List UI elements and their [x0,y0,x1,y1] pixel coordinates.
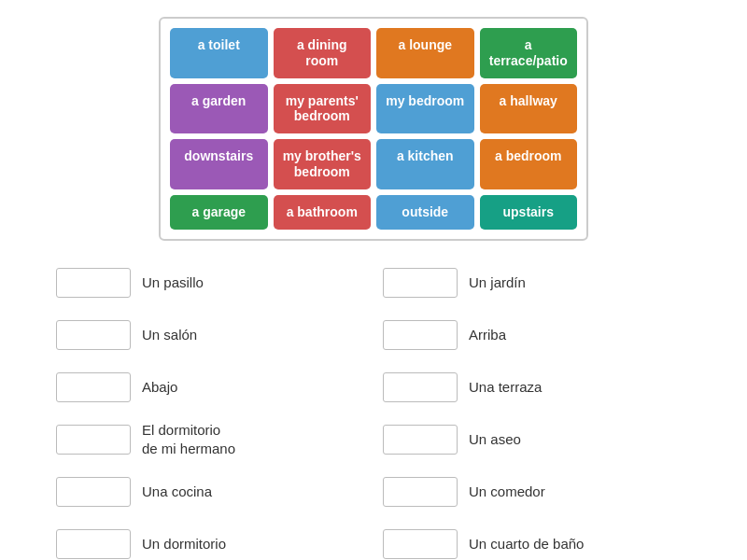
ex-aseo-row: Un aseo [383,418,691,461]
exercise-area: Un pasilloUn salónAbajoEl dormitoriode m… [0,258,747,560]
word-bank: a toileta dining rooma loungea terrace/p… [159,17,588,241]
tile-toilet[interactable]: a toilet [170,28,268,78]
ex-dormitorio-row: Un dormitorio [56,523,364,560]
ex-dormitorio-answer-box[interactable] [56,529,131,559]
ex-hermano-answer-box[interactable] [56,425,131,455]
ex-jardin-row: Un jardín [383,261,691,304]
ex-arriba-row: Arriba [383,314,691,357]
tile-garden[interactable]: a garden [170,84,268,134]
ex-jardin-answer-box[interactable] [383,268,458,298]
tile-mybedroom[interactable]: my bedroom [376,84,474,134]
ex-pasillo-answer-box[interactable] [56,268,131,298]
tile-outside[interactable]: outside [376,195,474,230]
ex-cocina-label: Una cocina [142,483,212,501]
ex-arriba-label: Arriba [469,326,506,344]
ex-hermano-row: El dormitoriode mi hermano [56,418,364,461]
ex-abajo-label: Abajo [142,378,177,397]
tile-hallway[interactable]: a hallway [480,84,578,134]
ex-arriba-answer-box[interactable] [383,320,458,350]
ex-cocina-answer-box[interactable] [56,477,131,507]
tile-downstairs[interactable]: downstairs [170,139,268,189]
tile-parents[interactable]: my parents' bedroom [274,84,372,134]
ex-hermano-label: El dormitoriode mi hermano [142,421,235,457]
ex-salon-label: Un salón [142,326,197,344]
ex-banyo-row: Un cuarto de baño [383,523,691,560]
ex-cocina-row: Una cocina [56,470,364,513]
tile-garage[interactable]: a garage [170,195,268,230]
ex-abajo-row: Abajo [56,366,364,409]
ex-terraza-answer-box[interactable] [383,372,458,402]
ex-salon-answer-box[interactable] [56,320,131,350]
tile-upstairs[interactable]: upstairs [480,195,578,230]
tile-bathroom[interactable]: a bathroom [274,195,372,230]
ex-salon-row: Un salón [56,314,364,357]
ex-terraza-row: Una terraza [383,366,691,409]
tile-bedroom[interactable]: a bedroom [480,139,578,189]
ex-aseo-label: Un aseo [469,430,521,449]
tile-terrace[interactable]: a terrace/patio [480,28,578,78]
ex-comedor-answer-box[interactable] [383,477,458,507]
ex-pasillo-row: Un pasillo [56,261,364,304]
ex-dormitorio-label: Un dormitorio [142,535,226,553]
tile-kitchen[interactable]: a kitchen [376,139,474,189]
ex-comedor-row: Un comedor [383,470,691,513]
ex-pasillo-label: Un pasillo [142,273,204,292]
ex-banyo-label: Un cuarto de baño [469,535,584,553]
ex-aseo-answer-box[interactable] [383,425,458,455]
ex-jardin-label: Un jardín [469,273,526,292]
ex-abajo-answer-box[interactable] [56,372,131,402]
tile-lounge[interactable]: a lounge [376,28,474,78]
tile-brother[interactable]: my brother's bedroom [274,139,372,189]
ex-terraza-label: Una terraza [469,378,542,397]
ex-comedor-label: Un comedor [469,483,545,501]
ex-banyo-answer-box[interactable] [383,529,458,559]
tile-dining[interactable]: a dining room [274,28,372,78]
